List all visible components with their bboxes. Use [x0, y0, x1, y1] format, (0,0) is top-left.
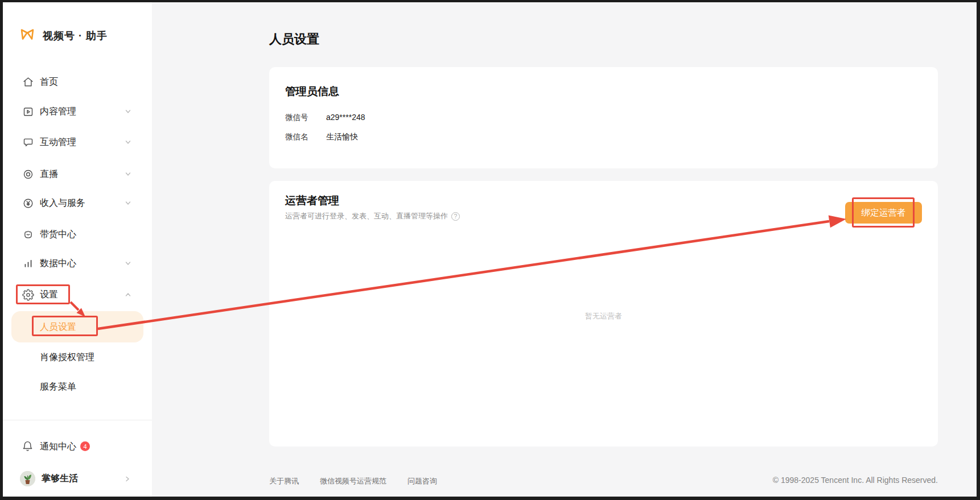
bind-operator-button[interactable]: 绑定运营者: [845, 202, 922, 224]
sidebar-item-content[interactable]: 内容管理: [3, 105, 152, 118]
wechat-name-value: 生活愉快: [326, 132, 358, 142]
sidebar-item-notifications[interactable]: 通知中心 4: [3, 439, 152, 454]
home-icon: [22, 76, 34, 88]
wechat-id-label: 微信号: [285, 113, 326, 123]
wechat-id-value: a29****248: [326, 113, 365, 123]
sidebar-item-data[interactable]: 数据中心: [3, 257, 152, 270]
sidebar-item-label: 首页: [40, 76, 58, 88]
empty-operators-text: 暂无运营者: [269, 311, 938, 321]
sidebar-divider: [3, 420, 152, 420]
sidebar-item-label: 收入与服务: [40, 197, 85, 209]
sidebar: 视频号 · 助手 首页 内容管理: [3, 2, 152, 497]
submenu-label: 服务菜单: [40, 381, 76, 393]
sidebar-item-interaction[interactable]: 互动管理: [3, 135, 152, 149]
footer-link-about-tencent[interactable]: 关于腾讯: [269, 476, 299, 486]
account-switcher[interactable]: 掌够生活: [3, 470, 152, 487]
goods-bag-icon: [22, 228, 34, 241]
operator-card-subtitle: 运营者可进行登录、发表、互动、直播管理等操作 ?: [285, 211, 460, 221]
bar-chart-icon: [22, 257, 34, 270]
sidebar-item-label: 互动管理: [40, 137, 76, 148]
sidebar-item-label: 内容管理: [40, 106, 76, 118]
sidebar-item-label: 直播: [40, 168, 58, 180]
chat-bubble-icon: [22, 136, 34, 148]
main-content: 人员设置 管理员信息 微信号 a29****248 微信名 生活愉快 运营者管理…: [152, 2, 977, 497]
chevron-down-icon: [124, 108, 132, 115]
app-root: 视频号 · 助手 首页 内容管理: [3, 2, 977, 497]
chevron-down-icon: [124, 138, 132, 146]
active-submenu-highlight: [11, 311, 143, 342]
submenu-label: 肖像授权管理: [40, 352, 94, 363]
footer-links: 关于腾讯 微信视频号运营规范 问题咨询: [269, 476, 437, 486]
footer-link-operation-rules[interactable]: 微信视频号运营规范: [320, 476, 386, 486]
help-question-icon[interactable]: ?: [451, 212, 460, 221]
copyright-text: © 1998-2025 Tencent Inc. All Rights Rese…: [773, 476, 938, 485]
sidebar-item-commerce[interactable]: 带货中心: [3, 228, 152, 241]
page-title: 人员设置: [269, 31, 319, 48]
footer-link-faq[interactable]: 问题咨询: [407, 476, 437, 486]
bell-icon: [22, 440, 34, 453]
wechat-name-label: 微信名: [285, 132, 326, 142]
admin-info-card: 管理员信息 微信号 a29****248 微信名 生活愉快: [269, 67, 938, 168]
notification-badge: 4: [80, 441, 90, 451]
wechat-id-row: 微信号 a29****248: [285, 113, 365, 123]
sidebar-item-label: 数据中心: [40, 258, 76, 270]
yuan-coin-icon: [22, 197, 34, 209]
operator-management-card: 运营者管理 运营者可进行登录、发表、互动、直播管理等操作 ? 绑定运营者 暂无运…: [269, 181, 938, 447]
chevron-down-icon: [124, 170, 132, 178]
sidebar-item-label: 带货中心: [40, 229, 76, 241]
operator-card-heading: 运营者管理: [285, 193, 339, 208]
admin-card-heading: 管理员信息: [285, 84, 339, 99]
gear-icon: [22, 288, 34, 301]
sidebar-item-label: 设置: [40, 289, 58, 301]
live-record-icon: [22, 168, 34, 180]
chevron-up-icon: [124, 291, 132, 299]
chevron-down-icon: [124, 199, 132, 207]
wechat-name-row: 微信名 生活愉快: [285, 132, 358, 142]
sidebar-item-live[interactable]: 直播: [3, 167, 152, 181]
sidebar-subitem-portrait-auth[interactable]: 肖像授权管理: [40, 350, 94, 364]
sidebar-item-settings[interactable]: 设置: [3, 288, 152, 301]
notification-label: 通知中心: [40, 441, 76, 453]
window-frame: 视频号 · 助手 首页 内容管理: [0, 0, 980, 500]
channels-logo-icon: [19, 27, 36, 44]
account-name: 掌够生活: [42, 473, 78, 485]
sidebar-subitem-staff-settings[interactable]: 人员设置: [40, 320, 76, 334]
submenu-label: 人员设置: [40, 321, 76, 333]
page-footer: 关于腾讯 微信视频号运营规范 问题咨询 © 1998-2025 Tencent …: [269, 474, 938, 488]
sidebar-subitem-service-menu[interactable]: 服务菜单: [40, 380, 76, 394]
video-content-icon: [22, 105, 34, 118]
app-title: 视频号 · 助手: [43, 29, 108, 43]
chevron-right-icon: [124, 474, 132, 482]
sidebar-item-home[interactable]: 首页: [3, 75, 152, 89]
sidebar-item-income[interactable]: 收入与服务: [3, 196, 152, 210]
account-avatar: [20, 471, 35, 486]
operator-subtitle-text: 运营者可进行登录、发表、互动、直播管理等操作: [285, 211, 448, 221]
chevron-down-icon: [124, 259, 132, 267]
app-logo: 视频号 · 助手: [19, 27, 108, 44]
